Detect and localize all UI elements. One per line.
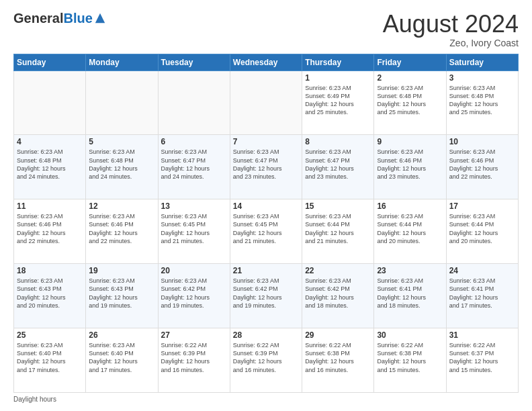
day-info: Sunrise: 6:23 AM Sunset: 6:40 PM Dayligh…	[89, 341, 154, 374]
day-number: 23	[377, 266, 443, 275]
day-number: 28	[233, 330, 299, 340]
day-number: 20	[161, 266, 227, 275]
calendar-week-1: 1Sunrise: 6:23 AM Sunset: 6:49 PM Daylig…	[14, 71, 519, 135]
day-info: Sunrise: 6:22 AM Sunset: 6:39 PM Dayligh…	[233, 341, 299, 374]
calendar-cell: 8Sunrise: 6:23 AM Sunset: 6:47 PM Daylig…	[302, 135, 374, 199]
calendar-week-2: 4Sunrise: 6:23 AM Sunset: 6:48 PM Daylig…	[14, 135, 519, 199]
calendar-header-friday: Friday	[374, 54, 446, 71]
calendar-cell: 5Sunrise: 6:23 AM Sunset: 6:48 PM Daylig…	[86, 135, 158, 199]
calendar-header-wednesday: Wednesday	[230, 54, 302, 71]
day-info: Sunrise: 6:23 AM Sunset: 6:45 PM Dayligh…	[233, 212, 299, 245]
day-info: Sunrise: 6:23 AM Sunset: 6:44 PM Dayligh…	[449, 212, 515, 245]
day-number: 27	[161, 330, 227, 340]
calendar-week-4: 18Sunrise: 6:23 AM Sunset: 6:43 PM Dayli…	[14, 264, 519, 328]
calendar-cell: 17Sunrise: 6:23 AM Sunset: 6:44 PM Dayli…	[446, 199, 518, 264]
day-number: 7	[233, 137, 299, 146]
day-info: Sunrise: 6:23 AM Sunset: 6:48 PM Dayligh…	[377, 84, 443, 117]
calendar-cell: 26Sunrise: 6:23 AM Sunset: 6:40 PM Dayli…	[86, 328, 158, 393]
day-number: 31	[449, 330, 515, 340]
day-info: Sunrise: 6:23 AM Sunset: 6:46 PM Dayligh…	[449, 148, 515, 181]
calendar-week-5: 25Sunrise: 6:23 AM Sunset: 6:40 PM Dayli…	[14, 328, 519, 393]
calendar-table: SundayMondayTuesdayWednesdayThursdayFrid…	[13, 54, 519, 393]
calendar-cell: 1Sunrise: 6:23 AM Sunset: 6:49 PM Daylig…	[302, 71, 374, 135]
day-number: 16	[377, 201, 443, 211]
day-number: 8	[305, 137, 371, 146]
day-info: Sunrise: 6:23 AM Sunset: 6:42 PM Dayligh…	[305, 277, 371, 310]
day-info: Sunrise: 6:23 AM Sunset: 6:48 PM Dayligh…	[89, 148, 154, 181]
calendar-header-row: SundayMondayTuesdayWednesdayThursdayFrid…	[14, 54, 519, 71]
logo-general: General	[13, 11, 63, 26]
day-number: 5	[89, 137, 154, 146]
calendar-cell	[14, 71, 86, 135]
calendar-header-thursday: Thursday	[302, 54, 374, 71]
daylight-label: Daylight hours	[13, 396, 56, 403]
calendar-cell: 11Sunrise: 6:23 AM Sunset: 6:46 PM Dayli…	[14, 199, 86, 264]
day-info: Sunrise: 6:22 AM Sunset: 6:37 PM Dayligh…	[449, 341, 515, 374]
calendar-week-3: 11Sunrise: 6:23 AM Sunset: 6:46 PM Dayli…	[14, 199, 519, 264]
calendar-cell: 24Sunrise: 6:23 AM Sunset: 6:41 PM Dayli…	[446, 264, 518, 328]
calendar-cell: 21Sunrise: 6:23 AM Sunset: 6:42 PM Dayli…	[230, 264, 302, 328]
day-info: Sunrise: 6:23 AM Sunset: 6:43 PM Dayligh…	[17, 277, 83, 310]
location: Zeo, Ivory Coast	[383, 38, 519, 48]
calendar-cell	[158, 71, 230, 135]
day-number: 14	[233, 201, 299, 211]
day-info: Sunrise: 6:22 AM Sunset: 6:38 PM Dayligh…	[305, 341, 371, 374]
calendar-cell: 25Sunrise: 6:23 AM Sunset: 6:40 PM Dayli…	[14, 328, 86, 393]
day-info: Sunrise: 6:23 AM Sunset: 6:49 PM Dayligh…	[305, 84, 371, 117]
day-info: Sunrise: 6:23 AM Sunset: 6:45 PM Dayligh…	[161, 212, 227, 245]
day-info: Sunrise: 6:23 AM Sunset: 6:47 PM Dayligh…	[305, 148, 371, 181]
calendar-cell: 27Sunrise: 6:22 AM Sunset: 6:39 PM Dayli…	[158, 328, 230, 393]
calendar-cell: 16Sunrise: 6:23 AM Sunset: 6:44 PM Dayli…	[374, 199, 446, 264]
day-number: 2	[377, 73, 443, 83]
logo-text: GeneralBlue	[13, 11, 93, 26]
day-number: 17	[449, 201, 515, 211]
calendar-cell: 30Sunrise: 6:22 AM Sunset: 6:38 PM Dayli…	[374, 328, 446, 393]
day-number: 10	[449, 137, 515, 146]
calendar-cell: 6Sunrise: 6:23 AM Sunset: 6:47 PM Daylig…	[158, 135, 230, 199]
calendar-cell: 28Sunrise: 6:22 AM Sunset: 6:39 PM Dayli…	[230, 328, 302, 393]
day-info: Sunrise: 6:23 AM Sunset: 6:41 PM Dayligh…	[377, 277, 443, 310]
day-info: Sunrise: 6:23 AM Sunset: 6:48 PM Dayligh…	[449, 84, 515, 117]
calendar-cell: 23Sunrise: 6:23 AM Sunset: 6:41 PM Dayli…	[374, 264, 446, 328]
day-number: 3	[449, 73, 515, 83]
calendar-cell: 19Sunrise: 6:23 AM Sunset: 6:43 PM Dayli…	[86, 264, 158, 328]
day-info: Sunrise: 6:23 AM Sunset: 6:46 PM Dayligh…	[17, 212, 83, 245]
svg-marker-0	[95, 13, 105, 23]
calendar-cell: 12Sunrise: 6:23 AM Sunset: 6:46 PM Dayli…	[86, 199, 158, 264]
day-info: Sunrise: 6:22 AM Sunset: 6:38 PM Dayligh…	[377, 341, 443, 374]
calendar-cell	[86, 71, 158, 135]
calendar-cell: 10Sunrise: 6:23 AM Sunset: 6:46 PM Dayli…	[446, 135, 518, 199]
day-number: 29	[305, 330, 371, 340]
day-number: 6	[161, 137, 227, 146]
day-number: 22	[305, 266, 371, 275]
calendar-cell: 4Sunrise: 6:23 AM Sunset: 6:48 PM Daylig…	[14, 135, 86, 199]
month-title: August 2024	[383, 11, 519, 38]
calendar-cell: 14Sunrise: 6:23 AM Sunset: 6:45 PM Dayli…	[230, 199, 302, 264]
calendar-cell: 31Sunrise: 6:22 AM Sunset: 6:37 PM Dayli…	[446, 328, 518, 393]
day-info: Sunrise: 6:23 AM Sunset: 6:41 PM Dayligh…	[449, 277, 515, 310]
calendar-cell	[230, 71, 302, 135]
calendar-cell: 29Sunrise: 6:22 AM Sunset: 6:38 PM Dayli…	[302, 328, 374, 393]
day-number: 21	[233, 266, 299, 275]
day-number: 12	[89, 201, 154, 211]
header: GeneralBlue August 2024 Zeo, Ivory Coast	[13, 11, 519, 48]
day-number: 1	[305, 73, 371, 83]
logo-blue: Blue	[63, 11, 92, 26]
day-info: Sunrise: 6:23 AM Sunset: 6:44 PM Dayligh…	[305, 212, 371, 245]
calendar-cell: 3Sunrise: 6:23 AM Sunset: 6:48 PM Daylig…	[446, 71, 518, 135]
day-info: Sunrise: 6:23 AM Sunset: 6:46 PM Dayligh…	[89, 212, 154, 245]
calendar-header-saturday: Saturday	[446, 54, 518, 71]
day-number: 4	[17, 137, 83, 146]
calendar-cell: 18Sunrise: 6:23 AM Sunset: 6:43 PM Dayli…	[14, 264, 86, 328]
day-number: 18	[17, 266, 83, 275]
calendar-header-monday: Monday	[86, 54, 158, 71]
logo: GeneralBlue	[13, 11, 106, 26]
day-info: Sunrise: 6:23 AM Sunset: 6:48 PM Dayligh…	[17, 148, 83, 181]
day-info: Sunrise: 6:23 AM Sunset: 6:47 PM Dayligh…	[161, 148, 227, 181]
calendar-cell: 13Sunrise: 6:23 AM Sunset: 6:45 PM Dayli…	[158, 199, 230, 264]
day-number: 11	[17, 201, 83, 211]
day-info: Sunrise: 6:23 AM Sunset: 6:47 PM Dayligh…	[233, 148, 299, 181]
calendar-cell: 9Sunrise: 6:23 AM Sunset: 6:46 PM Daylig…	[374, 135, 446, 199]
day-info: Sunrise: 6:23 AM Sunset: 6:42 PM Dayligh…	[233, 277, 299, 310]
day-info: Sunrise: 6:23 AM Sunset: 6:43 PM Dayligh…	[89, 277, 154, 310]
